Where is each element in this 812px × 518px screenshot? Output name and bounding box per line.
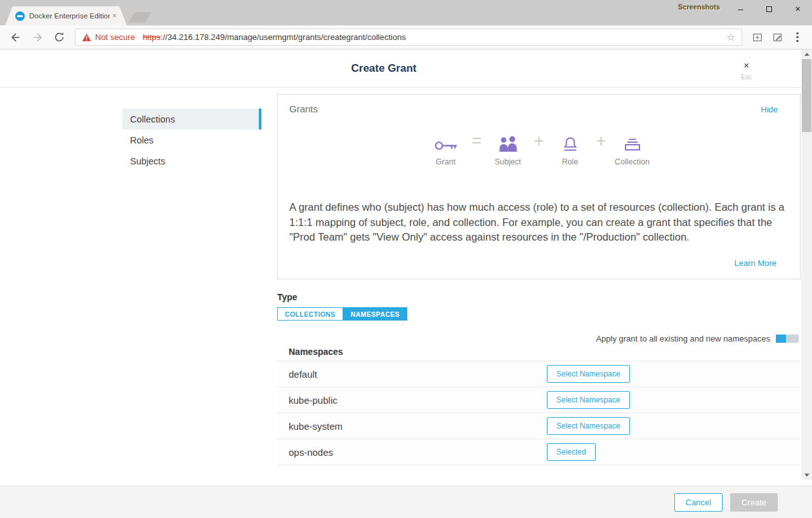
bell-icon	[562, 131, 579, 152]
type-segmented-control: COLLECTIONS NAMESPACES	[277, 307, 407, 321]
hide-link[interactable]: Hide	[761, 105, 778, 114]
select-namespace-button[interactable]: Select Namespace	[547, 391, 630, 409]
window-controls: – ×	[726, 0, 812, 18]
plus-sign: +	[589, 131, 613, 150]
namespace-name: kube-public	[289, 395, 547, 406]
scroll-up-icon[interactable]	[801, 50, 812, 59]
diagram-label: Grant	[436, 157, 455, 166]
back-icon[interactable]	[8, 29, 24, 46]
namespace-name: default	[289, 369, 547, 380]
grants-description: A grant defines who (subject) has how mu…	[289, 200, 786, 245]
table-row: kube-public Select Namespace	[277, 387, 801, 413]
diagram-collection: Collection	[613, 131, 652, 166]
type-label: Type	[277, 292, 298, 302]
key-icon	[434, 131, 458, 152]
screenshots-watermark: Screenshots	[678, 3, 720, 11]
new-tab-button[interactable]	[129, 12, 151, 22]
diagram-label: Role	[562, 157, 579, 166]
select-namespace-button[interactable]: Select Namespace	[547, 417, 630, 435]
diagram-subject: Subject	[489, 131, 527, 166]
minimize-button[interactable]: –	[726, 0, 755, 18]
page-title: Create Grant	[0, 50, 768, 88]
capture-extension-icon[interactable]	[750, 30, 764, 44]
url-text[interactable]: https://34.216.178.249/manage/usermgmt/g…	[143, 32, 406, 42]
bookmark-star-icon[interactable]: ☆	[726, 32, 735, 43]
namespaces-table: default Select Namespace kube-public Sel…	[277, 361, 801, 465]
modal-close-button[interactable]: × Esc	[741, 60, 752, 81]
diagram-label: Subject	[495, 157, 521, 166]
equals-sign: =	[465, 131, 489, 150]
selected-namespace-button[interactable]: Selected	[547, 443, 596, 461]
people-icon	[497, 131, 519, 152]
close-window-button[interactable]: ×	[783, 0, 812, 18]
tab-namespaces[interactable]: NAMESPACES	[343, 307, 407, 321]
apply-grant-toggle[interactable]	[776, 335, 799, 343]
browser-tab-strip: Docker Enterprise Edition × Screenshots …	[0, 0, 812, 25]
tab-collections[interactable]: COLLECTIONS	[277, 307, 343, 321]
diagram-label: Collection	[615, 157, 650, 166]
learn-more-link[interactable]: Learn More	[735, 258, 776, 268]
select-namespace-button[interactable]: Select Namespace	[547, 365, 630, 383]
scrollbar[interactable]	[801, 50, 812, 480]
grants-info-panel: Grants Hide Grant = Subject +	[277, 94, 801, 279]
cancel-button[interactable]: Cancel	[674, 493, 723, 512]
refresh-icon[interactable]	[51, 29, 67, 46]
modal-footer: Cancel Create	[0, 486, 812, 518]
address-bar[interactable]: Not secure https://34.216.178.249/manage…	[75, 29, 742, 46]
browser-menu-icon[interactable]	[792, 32, 803, 43]
main-content: Grants Hide Grant = Subject +	[277, 94, 801, 486]
table-row: ops-nodes Selected	[277, 439, 801, 465]
docker-favicon	[15, 11, 25, 21]
create-grant-page: Create Grant × Esc Collections Roles Sub…	[0, 50, 812, 518]
esc-label: Esc	[741, 74, 752, 81]
sidebar-item-label: Collections	[130, 114, 175, 124]
edit-extension-icon[interactable]	[771, 30, 785, 44]
browser-tab[interactable]: Docker Enterprise Edition ×	[5, 6, 127, 25]
sidebar-item-label: Subjects	[130, 156, 166, 166]
sidebar: Collections Roles Subjects	[122, 109, 261, 171]
collection-icon	[624, 131, 641, 152]
sidebar-item-label: Roles	[130, 135, 154, 145]
scroll-down-icon[interactable]	[801, 470, 812, 480]
modal-header: Create Grant × Esc	[0, 50, 812, 88]
tab-title: Docker Enterprise Edition	[29, 12, 110, 20]
maximize-button[interactable]	[755, 0, 783, 18]
url-protocol: https	[143, 32, 160, 42]
toggle-knob	[776, 335, 786, 343]
url-rest: ://34.216.178.249/manage/usermgmt/grants…	[160, 32, 406, 42]
sidebar-item-collections[interactable]: Collections	[122, 109, 261, 130]
plus-sign: +	[527, 131, 551, 150]
maximize-icon	[766, 6, 772, 12]
close-icon[interactable]: ×	[741, 60, 752, 70]
browser-toolbar: Not secure https://34.216.178.249/manage…	[0, 25, 812, 50]
namespace-name: kube-system	[289, 421, 547, 432]
sidebar-item-roles[interactable]: Roles	[122, 130, 261, 150]
namespace-name: ops-nodes	[289, 447, 547, 458]
table-row: default Select Namespace	[277, 361, 801, 387]
namespaces-header: Namespaces	[289, 347, 343, 357]
not-secure-label[interactable]: Not secure	[95, 32, 135, 42]
apply-grant-row: Apply grant to all existing and new name…	[596, 334, 799, 343]
grants-panel-title: Grants	[289, 103, 318, 114]
tab-close-icon[interactable]: ×	[112, 11, 117, 20]
table-row: kube-system Select Namespace	[277, 413, 801, 439]
scrollbar-thumb[interactable]	[802, 59, 811, 132]
apply-grant-label: Apply grant to all existing and new name…	[596, 334, 770, 343]
diagram-role: Role	[551, 131, 589, 166]
create-button[interactable]: Create	[730, 493, 778, 512]
grant-equation-diagram: Grant = Subject + Role +	[278, 131, 800, 166]
warning-triangle-icon	[82, 33, 91, 42]
diagram-grant: Grant	[427, 131, 465, 166]
forward-icon[interactable]	[29, 29, 46, 46]
sidebar-item-subjects[interactable]: Subjects	[122, 150, 261, 171]
